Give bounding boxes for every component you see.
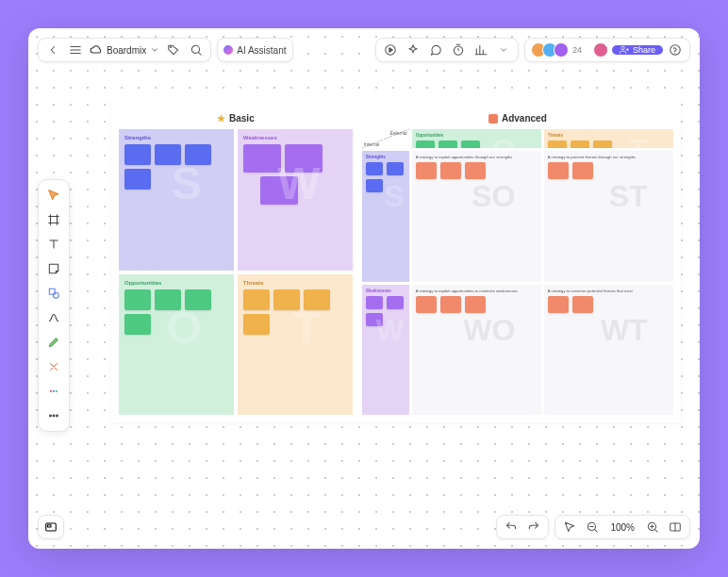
fit-button[interactable]: [667, 519, 684, 536]
sticky-card[interactable]: [185, 289, 211, 310]
more-button[interactable]: [495, 41, 512, 58]
sticky-card[interactable]: [548, 140, 567, 148]
sticky-card[interactable]: [387, 296, 404, 309]
tag-button[interactable]: [165, 41, 182, 58]
sticky-card[interactable]: [243, 314, 270, 335]
strategy-text: A strategy to minimize potential threats…: [548, 288, 670, 293]
quad-threats[interactable]: Threats T: [238, 274, 353, 416]
sticky-card[interactable]: [155, 144, 181, 165]
minimap-button[interactable]: [38, 515, 64, 539]
toolbar-left: [38, 179, 70, 432]
highlighter-tool[interactable]: [42, 355, 65, 378]
quad-opportunities[interactable]: Opportunities O: [119, 274, 234, 416]
comment-button[interactable]: [427, 41, 444, 58]
current-user-avatar[interactable]: [593, 42, 608, 58]
chart-button[interactable]: [472, 41, 489, 58]
toolbar-bottom-right: 100%: [496, 515, 690, 539]
frame-tool[interactable]: [42, 208, 65, 231]
sticky-card[interactable]: [548, 162, 569, 179]
ai-assistant-button[interactable]: AI Assistant: [217, 38, 292, 62]
sticky-card[interactable]: [416, 296, 437, 313]
select-tool[interactable]: [42, 184, 65, 206]
sticky-card[interactable]: [285, 144, 323, 173]
pen-tool[interactable]: [42, 331, 65, 354]
sticky-card[interactable]: [243, 289, 270, 310]
basic-board[interactable]: ★ Basic Strengths S Weaknesses W: [119, 109, 353, 415]
sticky-card[interactable]: [572, 296, 593, 313]
sticky-card[interactable]: [155, 289, 181, 310]
sparkle-button[interactable]: [405, 41, 422, 58]
shape-tool[interactable]: [42, 282, 65, 305]
zoom-in-button[interactable]: [644, 519, 661, 536]
text-tool[interactable]: [42, 233, 65, 256]
row-weaknesses[interactable]: Weaknesses W: [362, 285, 409, 416]
sticky-card[interactable]: [185, 144, 211, 165]
svg-point-6: [53, 292, 58, 298]
sticky-card[interactable]: [438, 140, 457, 148]
sticky-card[interactable]: [366, 296, 383, 309]
sticky-card[interactable]: [366, 162, 383, 175]
advanced-board[interactable]: Advanced External Internal Opportunities…: [362, 109, 673, 415]
document-name[interactable]: Boardmix: [90, 43, 159, 57]
play-button[interactable]: [382, 41, 399, 58]
timer-button[interactable]: [450, 41, 467, 58]
cell-st[interactable]: A strategy to prevent threats through ou…: [544, 151, 673, 282]
search-button[interactable]: [188, 41, 205, 58]
sticky-card[interactable]: [440, 162, 461, 179]
sticky-card[interactable]: [124, 144, 151, 165]
sticky-card[interactable]: [124, 169, 151, 190]
cursor-mode-button[interactable]: [561, 519, 578, 536]
sticky-card[interactable]: [260, 176, 298, 205]
chevron-down-icon: [150, 45, 159, 55]
back-button[interactable]: [44, 41, 61, 58]
templates-tool[interactable]: [42, 380, 65, 403]
strategy-text: A strategy to exploit opportunities thro…: [416, 155, 538, 159]
cloud-icon: [90, 43, 103, 57]
sticky-card[interactable]: [571, 140, 589, 148]
sticky-card[interactable]: [243, 144, 281, 173]
undo-button[interactable]: [503, 519, 520, 536]
sticky-card[interactable]: [440, 296, 461, 313]
sticky-card[interactable]: [304, 289, 330, 310]
advanced-grid: External Internal Opportunities O Threat…: [362, 129, 673, 415]
sticky-card[interactable]: [416, 162, 437, 179]
col-opportunities[interactable]: Opportunities O: [412, 129, 541, 148]
avatar-stack[interactable]: [531, 42, 569, 58]
row-strengths[interactable]: Strengths S: [362, 151, 409, 282]
sticky-card[interactable]: [416, 140, 435, 148]
redo-button[interactable]: [525, 519, 542, 536]
sticky-card[interactable]: [366, 313, 383, 326]
avatar: [554, 42, 569, 58]
sticky-card[interactable]: [593, 140, 612, 148]
row-label: Strengths: [366, 155, 405, 159]
quad-strengths[interactable]: Strengths S: [119, 129, 234, 271]
share-button[interactable]: Share: [612, 45, 663, 55]
sticky-card[interactable]: [124, 314, 151, 335]
sticky-card[interactable]: [387, 162, 404, 175]
cell-wo[interactable]: A strategy to exploit opportunities to m…: [412, 285, 541, 416]
sticky-card[interactable]: [366, 179, 383, 192]
collab-pill: 24 Share: [524, 38, 690, 62]
col-threats[interactable]: Threats T: [544, 129, 673, 148]
sticky-card[interactable]: [548, 296, 569, 313]
sticky-card[interactable]: [273, 289, 300, 310]
quad-weaknesses[interactable]: Weaknesses W: [238, 129, 353, 271]
quad-label: Strengths: [124, 135, 228, 140]
sticky-card[interactable]: [461, 140, 480, 148]
sticky-card[interactable]: [124, 289, 151, 310]
more-tools[interactable]: [42, 404, 65, 427]
canvas-content[interactable]: ★ Basic Strengths S Weaknesses W: [111, 102, 681, 422]
sticky-card[interactable]: [465, 296, 486, 313]
menu-button[interactable]: [67, 41, 84, 58]
sticky-card[interactable]: [465, 162, 486, 179]
cell-so[interactable]: A strategy to exploit opportunities thro…: [412, 151, 541, 282]
advanced-title: Advanced: [362, 109, 673, 129]
sticky-card[interactable]: [572, 162, 593, 179]
strategy-text: A strategy to exploit opportunities to m…: [416, 288, 538, 293]
sticky-tool[interactable]: [42, 257, 65, 280]
connector-tool[interactable]: [42, 306, 65, 329]
zoom-out-button[interactable]: [584, 519, 601, 536]
help-button[interactable]: [667, 41, 684, 58]
cell-wt[interactable]: A strategy to minimize potential threats…: [544, 285, 673, 416]
zoom-level[interactable]: 100%: [606, 522, 638, 533]
